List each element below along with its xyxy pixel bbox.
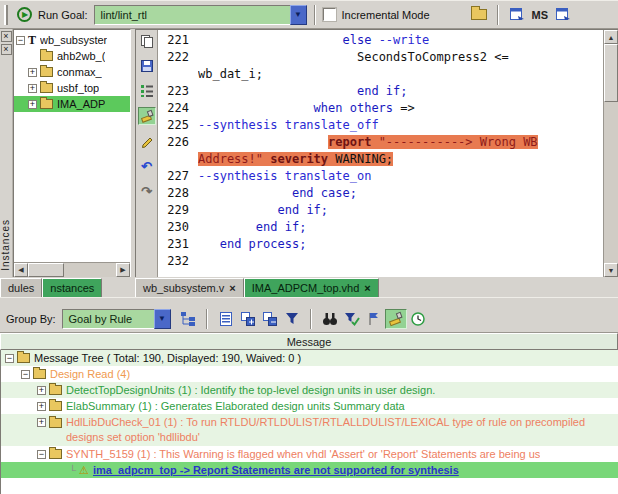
edit-pen-icon[interactable]	[138, 132, 156, 150]
close-icon[interactable]: ×	[1, 31, 12, 42]
incremental-mode-label: Incremental Mode	[342, 9, 430, 21]
message-row[interactable]: └⚠ima_adpcm_top -> Report Statements are…	[1, 462, 618, 478]
scroll-left-icon[interactable]: ◀	[14, 263, 28, 277]
scrollbar-thumb[interactable]	[604, 44, 618, 102]
collapse-windows-button[interactable]	[259, 309, 281, 329]
tree-expander-icon[interactable]: −	[16, 36, 25, 45]
message-row[interactable]: −Design Read (4)	[1, 366, 618, 382]
tree-expander-icon[interactable]: +	[37, 386, 46, 395]
message-column-header[interactable]: Message	[0, 333, 618, 350]
design-tree-item[interactable]: +usbf_top	[14, 80, 130, 96]
design-tree-item[interactable]: ahb2wb_(	[14, 48, 130, 64]
tree-expander-icon[interactable]: −	[37, 450, 46, 459]
editor-tab[interactable]: wb_subsystem.v×	[135, 278, 244, 297]
filter-pass-button[interactable]	[341, 309, 363, 329]
code-token: --write	[379, 33, 430, 47]
run-goal-button[interactable]: ▶	[13, 5, 35, 25]
tree-item-label: IMA_ADP	[57, 98, 105, 110]
highlighted-code-token	[371, 135, 378, 149]
close-icon[interactable]: ×	[229, 283, 235, 294]
open-file-button[interactable]	[468, 5, 490, 25]
report-window-button[interactable]	[506, 5, 528, 25]
message-row[interactable]: −SYNTH_5159 (1) : This Warning is flagge…	[1, 446, 618, 462]
tree-expander-icon[interactable]: −	[5, 354, 14, 363]
scrollbar-thumb[interactable]	[28, 263, 64, 277]
code-area[interactable]: 221 else --write222 SecondsToCompress2 <…	[158, 30, 603, 277]
scroll-right-icon[interactable]: ▶	[116, 263, 130, 277]
highlighted-code-token: severity	[270, 152, 328, 166]
editor-tab[interactable]: IMA_ADPCM_top.vhd×	[244, 278, 379, 297]
highlight-toggle-icon[interactable]	[138, 107, 156, 125]
ms-button[interactable]: MS	[532, 9, 549, 21]
tree-expander-icon[interactable]: +	[37, 402, 46, 411]
save-icon[interactable]	[138, 57, 156, 75]
line-number	[158, 151, 198, 168]
close-icon[interactable]: ×	[1, 44, 12, 55]
chevron-down-icon: ▼	[158, 315, 166, 323]
group-by-combo[interactable]: Goal by Rule ▼	[62, 309, 171, 329]
goal-combo[interactable]: lint/lint_rtl ▼	[94, 5, 307, 25]
tree-expander-icon[interactable]: +	[28, 100, 37, 109]
folder-icon	[33, 369, 46, 379]
code-line: 229 end if;	[158, 202, 603, 219]
message-row[interactable]: −Message Tree ( Total: 190, Displayed: 1…	[1, 350, 618, 366]
line-number: 230	[158, 219, 198, 236]
schedule-button[interactable]	[407, 309, 429, 329]
design-tree: −Twb_subsysterahb2wb_(+conmax_+usbf_top+…	[14, 30, 130, 262]
code-token: wb_dat_i;	[198, 67, 263, 81]
code-text: when others =>	[198, 100, 415, 117]
panel-tab-nstances[interactable]: nstances	[42, 278, 102, 297]
toolbar-separator	[314, 5, 316, 25]
incremental-mode-checkbox[interactable]	[323, 8, 336, 21]
code-text: wb_dat_i;	[198, 66, 263, 83]
tree-expander-icon[interactable]: +	[28, 84, 37, 93]
horizontal-splitter[interactable]	[0, 297, 618, 305]
design-tree-item[interactable]: +conmax_	[14, 64, 130, 80]
code-token: end if;	[277, 203, 328, 217]
message-row[interactable]: +HdlLibDuCheck_01 (1) : To run RTLDU/RTL…	[1, 414, 618, 446]
filter-button[interactable]	[281, 309, 303, 329]
group-by-dropdown-button[interactable]: ▼	[154, 309, 171, 329]
line-number: 229	[158, 202, 198, 219]
undo-arrow-icon: ↶	[141, 160, 152, 173]
message-row[interactable]: +DetectTopDesignUnits (1) : Identify the…	[1, 382, 618, 398]
source-editor-panel: ↶ ↷ 221 else --write222 SecondsToCompres…	[135, 29, 618, 297]
scroll-down-icon[interactable]: ▼	[604, 263, 618, 277]
copy-icon[interactable]	[138, 32, 156, 50]
highlighted-code-token: WARNING;	[328, 152, 393, 166]
flag-button[interactable]	[363, 309, 385, 329]
report-list-button[interactable]	[215, 309, 237, 329]
redo-icon[interactable]: ↷	[138, 182, 156, 200]
flag-icon	[366, 311, 382, 327]
undo-icon[interactable]: ↶	[138, 157, 156, 175]
instances-side-tab[interactable]: Instances	[0, 219, 13, 271]
group-hierarchy-button[interactable]	[177, 309, 199, 329]
close-icon[interactable]: ×	[364, 283, 370, 294]
search-button[interactable]	[319, 309, 341, 329]
expand-windows-button[interactable]	[237, 309, 259, 329]
goal-combo-dropdown-button[interactable]: ▼	[290, 5, 307, 25]
numbered-list-icon[interactable]	[138, 82, 156, 100]
panel-tab-dules[interactable]: dules	[0, 278, 42, 297]
report-window-button-2[interactable]	[552, 5, 574, 25]
tree-expander-icon[interactable]: +	[37, 418, 46, 427]
editor-toolbar: ↶ ↷	[136, 30, 158, 277]
tree-expander-icon[interactable]: +	[28, 68, 37, 77]
line-number: 222	[158, 49, 198, 66]
design-tree-item[interactable]: +IMA_ADP	[14, 96, 130, 112]
editor-vertical-scrollbar[interactable]: ▲ ▼	[603, 30, 618, 277]
code-line: 223 end if;	[158, 83, 603, 100]
message-row[interactable]: +ElabSummary (1) : Generates Elaborated …	[1, 398, 618, 414]
toolbar-grip[interactable]	[4, 5, 8, 25]
message-highlight-toggle[interactable]	[385, 309, 407, 329]
code-token	[198, 33, 343, 47]
tree-expander-icon[interactable]: −	[21, 370, 30, 379]
folder-icon	[49, 385, 62, 395]
tree-horizontal-scrollbar[interactable]: ◀ ▶	[14, 262, 130, 277]
design-tree-item[interactable]: −Twb_subsyster	[14, 32, 130, 48]
goal-combo-value: lint/lint_rtl	[94, 5, 290, 25]
scroll-up-icon[interactable]: ▲	[604, 30, 618, 44]
folder-icon	[49, 418, 62, 428]
report-list-icon	[218, 311, 234, 327]
code-text: end if;	[198, 83, 408, 100]
